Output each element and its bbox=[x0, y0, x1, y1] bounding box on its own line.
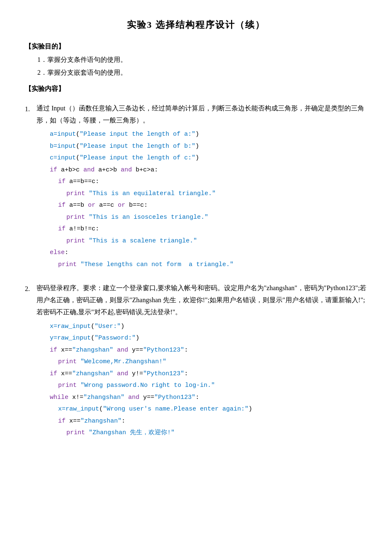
problem-2: 2.密码登录程序。要求：建立一个登录窗口,要求输入帐号和密码。设定用户名为"zh… bbox=[25, 282, 367, 439]
problem-desc-1: 通过 Input（）函数任意输入三条边长，经过简单的计算后，判断三条边长能否构成… bbox=[37, 103, 367, 127]
code-line: b=input("Please input the length of b:") bbox=[50, 141, 367, 153]
objectives-list: 1．掌握分支条件语句的使用。 2．掌握分支嵌套语句的使用。 bbox=[37, 54, 367, 79]
page-title: 实验3 选择结构程序设计（续） bbox=[25, 17, 367, 33]
code-line: if a==b==c: bbox=[58, 176, 367, 188]
section-objective-header: 【实验目的】 bbox=[25, 41, 367, 53]
section-content-header: 【实验内容】 bbox=[25, 83, 367, 95]
code-line: a=input("Please input the length of a:") bbox=[50, 129, 367, 141]
code-line: y=raw_input("Password:") bbox=[50, 333, 367, 345]
code-line: if a!=b!=c: bbox=[58, 223, 367, 235]
code-line: x=raw_input("Wrong user's name.Please en… bbox=[58, 403, 367, 416]
problem-1: 1.通过 Input（）函数任意输入三条边长，经过简单的计算后，判断三条边长能否… bbox=[25, 103, 367, 271]
code-block-2: x=raw_input("User:")y=raw_input("Passwor… bbox=[50, 321, 367, 439]
code-line: if x=="zhangshan" and y=="Python123": bbox=[50, 345, 367, 357]
code-line: if a==b or a==c or b==c: bbox=[58, 200, 367, 212]
code-line: print "This is an isosceles triangle." bbox=[66, 212, 367, 224]
code-block-1: a=input("Please input the length of a:")… bbox=[50, 129, 367, 271]
objective-2: 2．掌握分支嵌套语句的使用。 bbox=[37, 67, 367, 79]
code-line: print "Zhangshan 先生，欢迎你!" bbox=[66, 427, 367, 439]
code-line: if x=="zhangshan" and y!="Python123": bbox=[50, 368, 367, 380]
code-line: else: bbox=[50, 247, 367, 259]
problem-desc-2: 密码登录程序。要求：建立一个登录窗口,要求输入帐号和密码。设定用户名为"zhan… bbox=[37, 282, 367, 318]
problem-num-1: 1. bbox=[25, 103, 37, 115]
code-line: print "Wrong password.No right to log-in… bbox=[58, 380, 367, 392]
objective-1: 1．掌握分支条件语句的使用。 bbox=[37, 54, 367, 66]
code-line: c=input("Please input the length of c:") bbox=[50, 152, 367, 164]
code-line: x=raw_input("User:") bbox=[50, 321, 367, 333]
problem-row-1: 1.通过 Input（）函数任意输入三条边长，经过简单的计算后，判断三条边长能否… bbox=[25, 103, 367, 127]
code-line: print "This is a scalene triangle." bbox=[66, 235, 367, 247]
problem-row-2: 2.密码登录程序。要求：建立一个登录窗口,要求输入帐号和密码。设定用户名为"zh… bbox=[25, 282, 367, 318]
code-line: if x=="zhangshan": bbox=[58, 416, 367, 428]
code-line: if a+b>c and a+c>b and b+c>a: bbox=[50, 164, 367, 176]
problems-container: 1.通过 Input（）函数任意输入三条边长，经过简单的计算后，判断三条边长能否… bbox=[25, 103, 367, 439]
problem-num-2: 2. bbox=[25, 283, 37, 295]
code-line: print "This is an equilateral triangle." bbox=[66, 188, 367, 200]
code-line: print "These lengths can not form a tria… bbox=[58, 259, 367, 271]
code-line: while x!="zhangshan" and y=="Python123": bbox=[50, 392, 367, 404]
code-line: print "Welcome,Mr.Zhangshan!" bbox=[58, 356, 367, 368]
